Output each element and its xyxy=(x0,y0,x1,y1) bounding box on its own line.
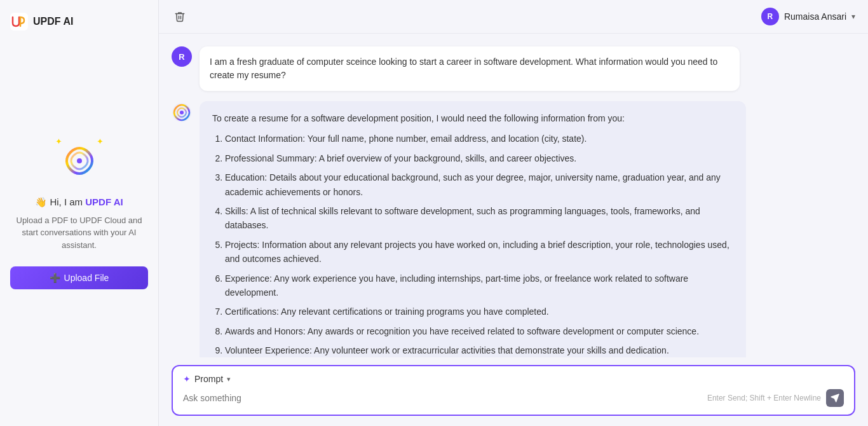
send-icon xyxy=(831,394,839,402)
input-bottom: Enter Send; Shift + Enter Newline xyxy=(183,389,844,407)
send-button[interactable] xyxy=(826,389,844,407)
chat-header: R Rumaisa Ansari ▾ xyxy=(159,0,868,34)
ai-response-list: Contact Information: Your full name, pho… xyxy=(212,132,733,357)
list-item: Awards and Honors: Any awards or recogni… xyxy=(225,324,733,338)
user-message-avatar: R xyxy=(172,46,192,67)
user-message: R I am a fresh graduate of computer scei… xyxy=(172,46,855,91)
ai-main-icon xyxy=(64,145,95,177)
list-item: Volunteer Experience: Any volunteer work… xyxy=(225,343,733,357)
app-title: UPDF AI xyxy=(33,16,73,27)
list-item: Professional Summary: A brief overview o… xyxy=(225,151,733,165)
user-message-bubble: I am a fresh graduate of computer sceinc… xyxy=(200,46,740,91)
list-item: Education: Details about your educationa… xyxy=(225,170,733,199)
ai-message-bubble: To create a resume for a software develo… xyxy=(200,101,746,357)
prompt-dropdown-button[interactable]: ▾ xyxy=(227,375,231,383)
user-info[interactable]: R Rumaisa Ansari ▾ xyxy=(761,8,855,25)
list-item: Skills: A list of technical skills relev… xyxy=(225,204,733,233)
messages-area: R I am a fresh graduate of computer scei… xyxy=(159,34,868,357)
ai-icon-container: ✦ ✦ xyxy=(54,135,105,186)
description: Upload a PDF to UPDF Cloud and start con… xyxy=(10,214,148,252)
trash-icon xyxy=(174,11,186,22)
ai-message-avatar xyxy=(172,102,192,123)
user-dropdown-arrow: ▾ xyxy=(851,12,855,21)
chat-container: R Rumaisa Ansari ▾ R I am a fresh gradua… xyxy=(159,0,868,426)
list-item: Experience: Any work experience you have… xyxy=(225,271,733,300)
user-name: Rumaisa Ansari xyxy=(784,11,846,22)
updf-logo-icon xyxy=(10,13,28,31)
input-hint: Enter Send; Shift + Enter Newline xyxy=(707,394,821,402)
input-area: ✦ Prompt ▾ Enter Send; Shift + Enter New… xyxy=(159,357,868,426)
input-top-bar: ✦ Prompt ▾ xyxy=(183,374,844,384)
upload-file-button[interactable]: ➕ Upload File xyxy=(10,266,148,289)
main-chat-area: R Rumaisa Ansari ▾ R I am a fresh gradua… xyxy=(159,0,868,426)
delete-conversation-button[interactable] xyxy=(172,8,188,25)
svg-marker-5 xyxy=(831,394,839,402)
ask-input[interactable] xyxy=(183,393,707,403)
list-item: Contact Information: Your full name, pho… xyxy=(225,132,733,146)
sparkle-icon-tr: ✦ xyxy=(97,137,104,146)
user-avatar: R xyxy=(761,8,779,25)
sidebar: UPDF AI ✦ ✦ 👋 Hi, xyxy=(0,0,159,426)
svg-point-3 xyxy=(180,111,184,114)
greeting: 👋 Hi, I am UPDF AI xyxy=(35,196,123,208)
sidebar-logo: UPDF AI xyxy=(10,13,73,31)
prompt-label: Prompt xyxy=(194,374,223,384)
list-item: Projects: Information about any relevant… xyxy=(225,238,733,266)
svg-point-1 xyxy=(77,158,82,163)
upload-icon: ➕ xyxy=(50,273,60,283)
sidebar-center: ✦ ✦ 👋 Hi, I am UPDF AI Uplo xyxy=(10,50,148,413)
sparkle-icon-tl: ✦ xyxy=(55,137,62,146)
list-item: Certifications: Any relevant certificati… xyxy=(225,305,733,319)
input-box[interactable]: ✦ Prompt ▾ Enter Send; Shift + Enter New… xyxy=(172,365,855,416)
prompt-sparkle-icon: ✦ xyxy=(183,374,191,384)
ai-message: To create a resume for a software develo… xyxy=(172,101,855,357)
